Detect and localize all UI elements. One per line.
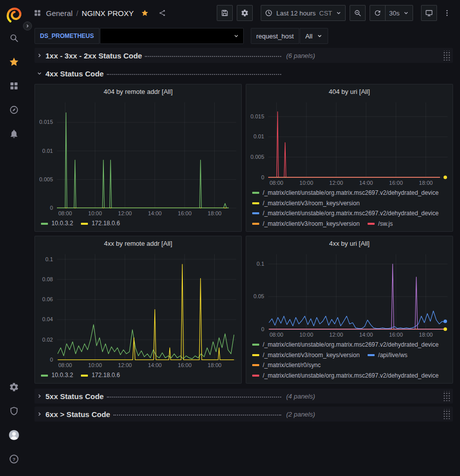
dashboard-variables-bar: DS_PROMETHEUS request_host All (27, 26, 460, 46)
svg-text:16:00: 16:00 (389, 332, 403, 338)
save-dashboard-button[interactable] (217, 5, 233, 21)
row-drag-handle[interactable] (443, 409, 450, 419)
dotted-leader (107, 74, 281, 75)
dashboard-settings-button[interactable] (237, 5, 253, 21)
legend-series-label: /_matrix/client/unstable/org.matrix.msc2… (263, 371, 439, 381)
row-header-6xx[interactable]: 6xx > Status Code (2 panels) (34, 407, 453, 422)
svg-text:0.08: 0.08 (42, 276, 53, 282)
legend-item[interactable]: /_matrix/client/unstable/org.matrix.msc2… (252, 188, 439, 198)
legend-item[interactable]: /_matrix/client/unstable/org.matrix.msc2… (252, 209, 439, 218)
sidebar-item-server-admin[interactable] (0, 399, 27, 423)
sidebar-item-help[interactable]: ? (0, 447, 27, 471)
legend-item[interactable]: /api/live/ws (368, 351, 408, 360)
legend-item[interactable]: /sw.js (368, 219, 393, 229)
row-panel-count: (2 panels) (286, 411, 315, 418)
time-series-chart[interactable]: 08:0010:0012:0014:0016:0018:0000.0050.01… (246, 98, 453, 187)
sidebar-item-search[interactable] (0, 26, 27, 50)
row-header-5xx[interactable]: 5xx Status Code (4 panels) (34, 389, 453, 404)
refresh-controls: 30s (370, 5, 413, 21)
time-range-label: Last 12 hours (276, 9, 316, 17)
svg-text:0.1: 0.1 (45, 256, 53, 262)
svg-text:12:00: 12:00 (118, 362, 132, 368)
breadcrumb-dashboard-title[interactable]: NGINX PROXY (82, 9, 134, 17)
legend-series-swatch (81, 375, 88, 377)
legend-item[interactable]: 10.0.3.2 (41, 219, 73, 228)
legend-item[interactable]: 172.18.0.6 (81, 219, 120, 228)
variable-label-ds-prometheus[interactable]: DS_PROMETHEUS (34, 28, 99, 44)
svg-text:08:00: 08:00 (58, 210, 72, 216)
sidebar-item-explore[interactable] (0, 98, 27, 122)
chevron-down-icon (233, 33, 239, 39)
dotted-leader (145, 56, 281, 57)
time-series-chart[interactable]: 08:0010:0012:0014:0016:0018:0000.050.1 (246, 250, 453, 339)
chart-panel: 4xx by uri [All] 08:0010:0012:0014:0016:… (246, 236, 453, 384)
grafana-logo-icon (5, 6, 22, 23)
row-title: 6xx > Status Code (45, 410, 110, 419)
time-range-picker[interactable]: Last 12 hours CST (261, 5, 346, 21)
svg-text:08:00: 08:00 (270, 332, 284, 338)
variable-value-ds-prometheus[interactable] (100, 28, 244, 44)
svg-text:0: 0 (261, 174, 264, 180)
refresh-interval-select[interactable]: 30s (386, 5, 413, 21)
zoom-out-button[interactable] (350, 5, 366, 21)
sidebar-item-alerting[interactable] (0, 122, 27, 146)
legend-series-label: 172.18.0.6 (91, 219, 120, 228)
variable-value-request-host[interactable]: All (300, 28, 328, 44)
row-header-4xx[interactable]: 4xx Status Code (34, 66, 453, 81)
time-series-chart[interactable]: 08:0010:0012:0014:0016:0018:0000.020.040… (35, 250, 241, 370)
chart-panel: 404 by uri [All] 08:0010:0012:0014:0016:… (246, 84, 453, 232)
sidebar-item-dashboards[interactable] (0, 74, 27, 98)
time-series-chart[interactable]: 08:0010:0012:0014:0016:0018:0000.0050.01… (35, 98, 241, 218)
panel-legend: 10.0.3.2172.18.0.6 (35, 370, 241, 383)
star-icon (8, 56, 19, 67)
gear-icon (241, 9, 249, 17)
variable-label-request-host[interactable]: request_host (251, 28, 299, 44)
svg-text:18:00: 18:00 (208, 210, 222, 216)
sidebar-item-starred[interactable] (0, 50, 27, 74)
share-dashboard-button[interactable] (156, 6, 169, 19)
grafana-logo[interactable] (3, 4, 25, 26)
legend-series-label: /_matrix/client/v3/room_keys/version (263, 219, 360, 229)
panel-title[interactable]: 404 by remote addr [All] (35, 84, 241, 98)
legend-item[interactable]: 172.18.0.6 (81, 371, 120, 380)
legend-series-swatch (252, 364, 259, 366)
gear-icon (9, 382, 19, 392)
sidebar-item-configuration[interactable] (0, 375, 27, 399)
variable-ds-prometheus: DS_PROMETHEUS (34, 28, 244, 44)
legend-item[interactable]: /_matrix/client/r0/sync (252, 361, 321, 370)
sidebar-expand-button[interactable] (23, 21, 32, 30)
legend-series-swatch (252, 212, 259, 214)
row-header-1xx-3xx-2xx[interactable]: 1xx - 3xx - 2xx Status Code (6 panels) (34, 48, 453, 63)
svg-text:14:00: 14:00 (148, 210, 162, 216)
legend-item[interactable]: /_matrix/client/v3/room_keys/version (252, 351, 360, 360)
svg-text:0.06: 0.06 (42, 296, 53, 302)
chart-panel: 4xx by remote addr [All] 08:0010:0012:00… (34, 236, 242, 384)
legend-item[interactable]: /_matrix/client/v3/room_keys/version (252, 219, 360, 229)
clock-icon (265, 9, 273, 17)
legend-series-label: /sw.js (378, 219, 393, 229)
legend-item[interactable]: 10.0.3.2 (41, 371, 73, 380)
legend-item[interactable]: /_matrix/client/unstable/org.matrix.msc2… (252, 340, 439, 350)
more-options-button[interactable] (441, 5, 453, 21)
chart-panel: 404 by remote addr [All] 08:0010:0012:00… (34, 84, 242, 232)
favorite-star-button[interactable] (138, 6, 151, 19)
svg-text:16:00: 16:00 (178, 362, 192, 368)
refresh-button[interactable] (370, 5, 386, 21)
chevron-right-icon (36, 393, 42, 399)
panel-title[interactable]: 404 by uri [All] (246, 84, 453, 98)
row-drag-handle[interactable] (443, 391, 450, 401)
kiosk-mode-button[interactable] (421, 5, 437, 21)
legend-item[interactable]: /_matrix/client/v3/room_keys/version (252, 199, 360, 208)
legend-series-label: /_matrix/client/r0/sync (263, 361, 321, 370)
breadcrumb-section[interactable]: General (46, 9, 72, 17)
grafana-app: ? General / NGINX PROXY (0, 0, 460, 476)
row-drag-handle[interactable] (443, 50, 450, 60)
svg-text:0.005: 0.005 (39, 176, 53, 182)
panel-title[interactable]: 4xx by uri [All] (246, 236, 453, 250)
legend-item[interactable]: /_matrix/client/unstable/org.matrix.msc2… (252, 371, 439, 381)
panel-title[interactable]: 4xx by remote addr [All] (35, 236, 241, 250)
sidebar-item-user-profile[interactable] (0, 423, 27, 447)
legend-series-label: 172.18.0.6 (91, 371, 120, 380)
legend-series-label: /_matrix/client/unstable/org.matrix.msc2… (263, 209, 439, 218)
chevron-right-icon (36, 411, 42, 417)
